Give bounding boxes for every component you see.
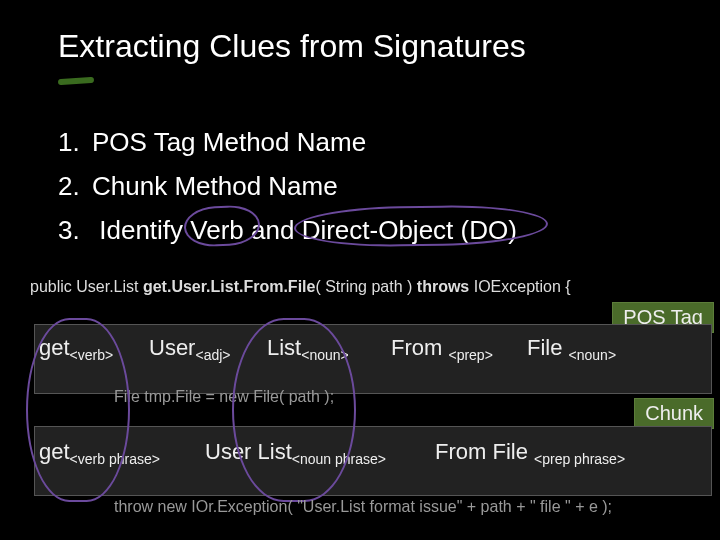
sig-exception: IOException { bbox=[469, 278, 570, 295]
list-item: 1.POS Tag Method Name bbox=[58, 120, 517, 164]
chunk-row: get<verb phrase> User List<noun phrase> … bbox=[34, 426, 712, 496]
link-oval-verb bbox=[26, 318, 130, 502]
slide: Extracting Clues from Signatures 1.POS T… bbox=[0, 0, 720, 540]
tag-noun2: <noun> bbox=[569, 347, 617, 363]
tok-user: User bbox=[149, 335, 195, 360]
slide-title: Extracting Clues from Signatures bbox=[58, 28, 526, 65]
list-text: Chunk Method Name bbox=[92, 171, 338, 201]
tok-file: File bbox=[527, 335, 562, 360]
method-signature: public User.List get.User.List.From.File… bbox=[30, 278, 571, 296]
chunk-fromfile: From File bbox=[435, 439, 528, 464]
title-underline bbox=[58, 77, 94, 85]
sig-method: get.User.List.From.File bbox=[143, 278, 315, 295]
numbered-list: 1.POS Tag Method Name 2.Chunk Method Nam… bbox=[58, 120, 517, 252]
chunk-label: Chunk bbox=[634, 398, 714, 429]
tag-prep: <prep> bbox=[448, 347, 492, 363]
list-item: 3. Identify Verb and Direct-Object (DO) bbox=[58, 208, 517, 252]
circled-verb: Verb bbox=[190, 208, 244, 252]
tok-from: From bbox=[391, 335, 442, 360]
sig-modifier: public User.List bbox=[30, 278, 143, 295]
sig-throws: throws bbox=[417, 278, 469, 295]
link-oval-noun bbox=[232, 318, 356, 502]
bg-code-line: throw new IOr.Exception( "User.List form… bbox=[114, 498, 612, 516]
sig-args: ( String path ) bbox=[315, 278, 416, 295]
list-item: 2.Chunk Method Name bbox=[58, 164, 517, 208]
list-text: POS Tag Method Name bbox=[92, 127, 366, 157]
pos-tag-row: get<verb> User<adj> List<noun> From <pre… bbox=[34, 324, 712, 394]
circled-do: Direct-Object (DO) bbox=[302, 208, 517, 252]
list-text: Identify Verb and Direct-Object (DO) bbox=[99, 215, 517, 245]
tag-adj: <adj> bbox=[195, 347, 230, 363]
chunk-pp: <prep phrase> bbox=[534, 451, 625, 467]
